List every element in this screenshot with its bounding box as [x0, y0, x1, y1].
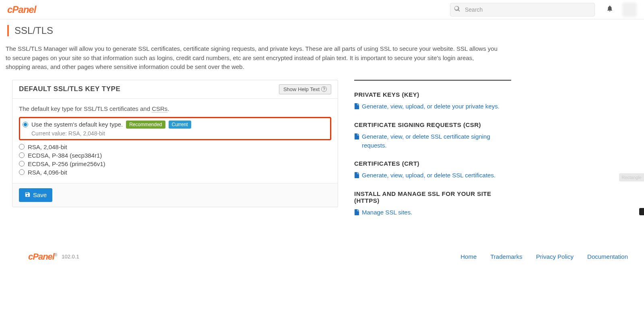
show-help-button[interactable]: Show Help Text ?: [279, 84, 331, 94]
footer-link-trademarks[interactable]: Trademarks: [490, 253, 522, 260]
notifications-icon[interactable]: [606, 5, 613, 14]
file-icon: [354, 209, 359, 218]
radio-option-ecdsa-p384[interactable]: ECDSA, P-384 (secp384r1): [19, 151, 331, 160]
radio-rsa-4096[interactable]: [19, 169, 25, 175]
intro-suffix: .: [167, 105, 169, 112]
panel-footer: Save: [12, 183, 338, 207]
brand-logo: cPanel: [7, 4, 36, 15]
current-value-text: Current value: RSA, 2,048-bit: [31, 130, 328, 137]
section-title: CERTIFICATES (CRT): [354, 160, 511, 167]
file-icon: [354, 103, 359, 112]
float-rectangle-tag: Rectangle: [619, 173, 644, 181]
radio-label: ECDSA, P-384 (secp384r1): [28, 152, 102, 159]
section-title: PRIVATE KEYS (KEY): [354, 91, 511, 98]
radio-option-ecdsa-p256[interactable]: ECDSA, P-256 (prime256v1): [19, 160, 331, 168]
footer-link-docs[interactable]: Documentation: [587, 253, 628, 260]
radio-system-default[interactable]: [23, 122, 28, 127]
file-icon: [354, 172, 359, 181]
page-title-row: SSL/TLS: [0, 19, 644, 41]
footer-links: Home Trademarks Privacy Policy Documenta…: [460, 253, 628, 260]
help-icon: ?: [321, 86, 327, 92]
link-private-keys[interactable]: Generate, view, upload, or delete your p…: [362, 102, 500, 111]
radio-label: RSA, 4,096-bit: [28, 169, 67, 176]
search-icon: [454, 6, 460, 14]
radio-option-rsa-4096[interactable]: RSA, 4,096-bit: [19, 168, 331, 177]
save-button[interactable]: Save: [19, 188, 52, 202]
radio-ecdsa-p256[interactable]: [19, 161, 25, 166]
link-manage-ssl[interactable]: Manage SSL sites.: [362, 208, 412, 217]
radio-rsa-2048[interactable]: [19, 144, 25, 150]
section-install-manage: INSTALL AND MANAGE SSL FOR YOUR SITE (HT…: [354, 190, 511, 218]
key-type-panel: DEFAULT SSL/TLS KEY TYPE Show Help Text …: [12, 80, 338, 207]
link-crt[interactable]: Generate, view, upload, or delete SSL ce…: [362, 171, 495, 180]
intro-csrs: CSRs: [152, 105, 167, 112]
radio-label: Use the system's default key type.: [31, 121, 123, 128]
page-title: SSL/TLS: [7, 25, 637, 36]
save-label: Save: [33, 191, 47, 198]
current-badge: Current: [169, 121, 191, 129]
radio-label: RSA, 2,048-bit: [28, 144, 67, 150]
right-column: PRIVATE KEYS (KEY) Generate, view, uploa…: [354, 80, 511, 227]
footer-link-privacy[interactable]: Privacy Policy: [536, 253, 574, 260]
panel-title: DEFAULT SSL/TLS KEY TYPE: [19, 85, 120, 93]
panel-header: DEFAULT SSL/TLS KEY TYPE Show Help Text …: [12, 80, 338, 99]
file-icon: [354, 133, 359, 142]
panel-intro: The default key type for SSL/TLS certifi…: [19, 105, 331, 112]
search-wrap: [450, 3, 595, 17]
recommended-badge: Recommended: [126, 121, 165, 129]
footer-link-home[interactable]: Home: [460, 253, 477, 260]
section-csr: CERTIFICATE SIGNING REQUESTS (CSR) Gener…: [354, 121, 511, 150]
radio-ecdsa-p384[interactable]: [19, 152, 25, 158]
section-private-keys: PRIVATE KEYS (KEY) Generate, view, uploa…: [354, 91, 511, 112]
panel-body: The default key type for SSL/TLS certifi…: [12, 99, 338, 183]
left-column: DEFAULT SSL/TLS KEY TYPE Show Help Text …: [12, 80, 338, 207]
radio-option-rsa-2048[interactable]: RSA, 2,048-bit: [19, 143, 331, 151]
page-description: The SSL/TLS Manager will allow you to ge…: [0, 41, 507, 80]
search-input[interactable]: [450, 3, 595, 17]
highlighted-option: Use the system's default key type. Recom…: [19, 117, 331, 140]
footer-logo: cPanel®: [28, 252, 57, 262]
user-avatar[interactable]: [622, 2, 637, 17]
section-title: CERTIFICATE SIGNING REQUESTS (CSR): [354, 121, 511, 128]
top-bar: cPanel: [0, 0, 644, 19]
footer: cPanel® 102.0.1 Home Trademarks Privacy …: [0, 243, 644, 270]
content-area: DEFAULT SSL/TLS KEY TYPE Show Help Text …: [0, 80, 644, 243]
link-csr[interactable]: Generate, view, or delete SSL certificat…: [362, 132, 511, 150]
save-icon: [25, 191, 31, 199]
radio-label: ECDSA, P-256 (prime256v1): [28, 160, 105, 167]
section-title: INSTALL AND MANAGE SSL FOR YOUR SITE (HT…: [354, 190, 511, 204]
show-help-label: Show Help Text: [283, 86, 320, 92]
intro-prefix: The default key type for SSL/TLS certifi…: [19, 105, 152, 112]
footer-version: 102.0.1: [62, 254, 79, 260]
float-black-tab[interactable]: [639, 208, 644, 215]
section-crt: CERTIFICATES (CRT) Generate, view, uploa…: [354, 160, 511, 181]
radio-option-system-default[interactable]: Use the system's default key type. Recom…: [23, 120, 328, 129]
